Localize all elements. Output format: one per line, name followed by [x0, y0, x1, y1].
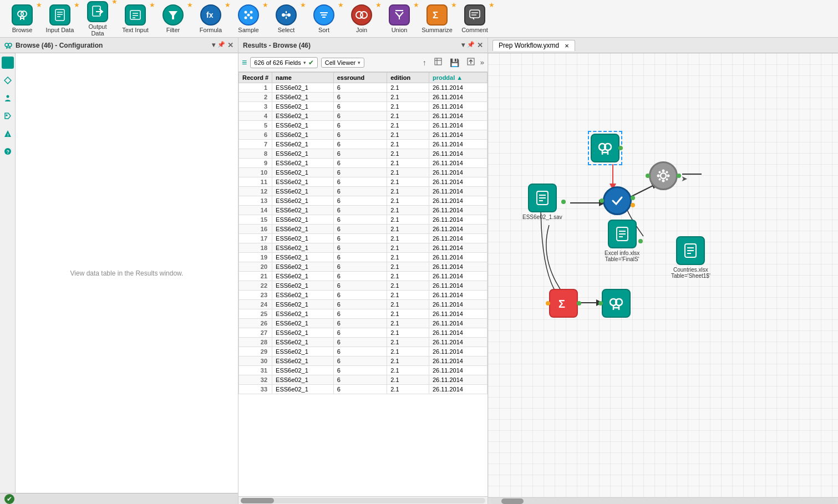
cell-rownum: 19	[239, 253, 272, 262]
workflow-tab[interactable]: Prep Workflow.yxmd ×	[492, 40, 575, 51]
table-row[interactable]: 1 ESS6e02_1 6 2.1 26.11.2014	[239, 83, 487, 93]
results-dropdown-icon[interactable]: ▾	[461, 41, 465, 49]
table-row[interactable]: 22 ESS6e02_1 6 2.1 26.11.2014	[239, 281, 487, 291]
col-header-proddal[interactable]: proddal ▲	[429, 73, 487, 83]
table-row[interactable]: 33 ESS6e02_1 6 2.1 26.11.2014	[239, 385, 487, 394]
dropdown-icon[interactable]: ▾	[212, 41, 215, 49]
save-button[interactable]: 💾	[448, 57, 461, 68]
tool-filter[interactable]: ★ Filter	[155, 2, 191, 35]
wf-node-summarize1[interactable]: Σ	[549, 289, 578, 318]
table-row[interactable]: 14 ESS6e02_1 6 2.1 26.11.2014	[239, 206, 487, 215]
close-workflow-tab[interactable]: ×	[565, 42, 569, 50]
table-row[interactable]: 26 ESS6e02_1 6 2.1 26.11.2014	[239, 319, 487, 328]
col-header-essround[interactable]: essround	[333, 73, 387, 83]
table-row[interactable]: 27 ESS6e02_1 6 2.1 26.11.2014	[239, 328, 487, 338]
cell-essround: 6	[333, 215, 387, 225]
table-row[interactable]: 9 ESS6e02_1 6 2.1 26.11.2014	[239, 159, 487, 168]
tool-union[interactable]: ★ Union	[382, 2, 417, 35]
table-row[interactable]: 16 ESS6e02_1 6 2.1 26.11.2014	[239, 225, 487, 234]
sidebar-alert[interactable]: !	[2, 128, 14, 140]
table-row[interactable]: 7 ESS6e02_1 6 2.1 26.11.2014	[239, 140, 487, 149]
tool-sample[interactable]: ★ Sample	[231, 2, 266, 35]
tool-browse[interactable]: ★ Browse	[4, 2, 40, 35]
tool-comment[interactable]: ★ Comment	[457, 2, 492, 35]
cell-edition: 2.1	[387, 309, 429, 319]
sidebar-person[interactable]	[2, 92, 14, 104]
cell-essround: 6	[333, 196, 387, 206]
wf-node-formula1[interactable]	[649, 161, 678, 190]
left-sidebar-content: ! ? View data table in the Results windo…	[0, 53, 238, 493]
results-panel: Results - Browse (46) ▾ 📌 ✕ ≡ 626 of 626…	[238, 38, 488, 504]
more-options-icon[interactable]: »	[480, 58, 484, 67]
close-left-panel[interactable]: ✕	[227, 41, 233, 49]
tool-output-data[interactable]: ★ Output Data	[80, 0, 115, 39]
table-row[interactable]: 21 ESS6e02_1 6 2.1 26.11.2014	[239, 272, 487, 281]
config-placeholder-message: View data table in the Results window.	[16, 53, 238, 493]
workflow-canvas[interactable]: ESS6e02_1.sav	[488, 53, 838, 497]
close-results-panel[interactable]: ✕	[477, 41, 483, 49]
table-row[interactable]: 31 ESS6e02_1 6 2.1 26.11.2014	[239, 366, 487, 375]
table-row[interactable]: 29 ESS6e02_1 6 2.1 26.11.2014	[239, 347, 487, 357]
cell-edition: 2.1	[387, 215, 429, 225]
table-row[interactable]: 6 ESS6e02_1 6 2.1 26.11.2014	[239, 130, 487, 140]
wf-node-browse1[interactable]	[591, 134, 619, 162]
wf-node-input2[interactable]: Excel info.xlsxTable='FinalS'	[605, 220, 639, 262]
table-row[interactable]: 12 ESS6e02_1 6 2.1 26.11.2014	[239, 187, 487, 196]
table-row[interactable]: 11 ESS6e02_1 6 2.1 26.11.2014	[239, 177, 487, 187]
tool-summarize[interactable]: Σ ★ Summarize	[419, 2, 455, 35]
cell-rownum: 1	[239, 83, 272, 93]
cell-name: ESS6e02_1	[272, 243, 334, 253]
table-icon-button[interactable]	[432, 57, 444, 68]
tool-formula[interactable]: fx ★ Formula	[193, 2, 228, 35]
table-row[interactable]: 8 ESS6e02_1 6 2.1 26.11.2014	[239, 149, 487, 159]
tool-join[interactable]: ★ Join	[344, 2, 379, 35]
col-header-name[interactable]: name	[272, 73, 334, 83]
fields-dropdown[interactable]: 626 of 626 Fields ▾ ✔	[250, 57, 317, 68]
table-row[interactable]: 17 ESS6e02_1 6 2.1 26.11.2014	[239, 234, 487, 243]
export-button[interactable]	[465, 57, 477, 68]
table-row[interactable]: 25 ESS6e02_1 6 2.1 26.11.2014	[239, 309, 487, 319]
table-row[interactable]: 28 ESS6e02_1 6 2.1 26.11.2014	[239, 338, 487, 347]
tool-input-data[interactable]: ★ Input Data	[42, 2, 78, 35]
cell-edition: 2.1	[387, 83, 429, 93]
table-row[interactable]: 24 ESS6e02_1 6 2.1 26.11.2014	[239, 300, 487, 309]
data-table-container: Record # name essround edition proddal ▲…	[238, 72, 487, 496]
table-row[interactable]: 32 ESS6e02_1 6 2.1 26.11.2014	[239, 375, 487, 385]
horizontal-scrollbar[interactable]	[238, 496, 487, 504]
table-row[interactable]: 19 ESS6e02_1 6 2.1 26.11.2014	[239, 253, 487, 262]
sidebar-pointer[interactable]	[2, 57, 14, 69]
cell-proddal: 26.11.2014	[429, 243, 487, 253]
col-header-edition[interactable]: edition	[387, 73, 429, 83]
table-row[interactable]: 5 ESS6e02_1 6 2.1 26.11.2014	[239, 121, 487, 130]
sidebar-diamond[interactable]	[2, 74, 14, 86]
table-row[interactable]: 2 ESS6e02_1 6 2.1 26.11.2014	[239, 93, 487, 102]
viewer-dropdown[interactable]: Cell Viewer ▾	[321, 58, 364, 68]
table-row[interactable]: 15 ESS6e02_1 6 2.1 26.11.2014	[239, 215, 487, 225]
sidebar-tag[interactable]	[2, 110, 14, 122]
tool-text-input[interactable]: ★ Text Input	[118, 2, 153, 35]
cell-rownum: 31	[239, 366, 272, 375]
wf-node-input3[interactable]: Countries.xlsxTable='Sheet1$'	[671, 236, 710, 279]
pin-icon[interactable]: 📌	[217, 41, 225, 49]
table-row[interactable]: 4 ESS6e02_1 6 2.1 26.11.2014	[239, 111, 487, 121]
wf-node-input1[interactable]: ESS6e02_1.sav	[522, 184, 562, 220]
cell-proddal: 26.11.2014	[429, 159, 487, 168]
workflow-hscrollbar[interactable]	[488, 497, 838, 504]
tool-select[interactable]: ★ Select	[268, 2, 304, 35]
table-row[interactable]: 13 ESS6e02_1 6 2.1 26.11.2014	[239, 196, 487, 206]
list-view-icon[interactable]: ≡	[242, 58, 247, 68]
table-row[interactable]: 3 ESS6e02_1 6 2.1 26.11.2014	[239, 102, 487, 111]
sort-asc-button[interactable]: ↑	[420, 57, 429, 68]
results-pin-icon[interactable]: 📌	[467, 41, 475, 49]
table-row[interactable]: 18 ESS6e02_1 6 2.1 26.11.2014	[239, 243, 487, 253]
table-row[interactable]: 20 ESS6e02_1 6 2.1 26.11.2014	[239, 262, 487, 272]
sidebar-question[interactable]: ?	[2, 145, 14, 157]
col-header-recordnum[interactable]: Record #	[239, 73, 272, 83]
tool-sort[interactable]: ★ Sort	[306, 2, 342, 35]
wf-node-filter1[interactable]	[603, 186, 632, 215]
table-row[interactable]: 23 ESS6e02_1 6 2.1 26.11.2014	[239, 291, 487, 300]
table-row[interactable]: 10 ESS6e02_1 6 2.1 26.11.2014	[239, 168, 487, 177]
wf-node-browse2[interactable]	[602, 289, 631, 318]
svg-text:Σ: Σ	[433, 10, 438, 21]
table-row[interactable]: 30 ESS6e02_1 6 2.1 26.11.2014	[239, 357, 487, 366]
